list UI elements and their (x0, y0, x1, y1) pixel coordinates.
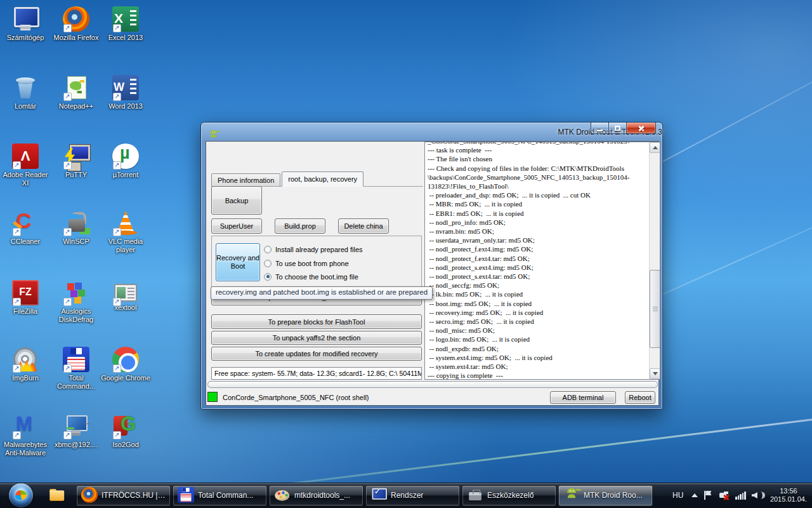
taskbar-button-totalcmd[interactable]: Total Comman... (173, 485, 267, 506)
reboot-button[interactable]: Reboot (625, 391, 655, 404)
desktop-icon-auslogics[interactable]: Auslogics DiskDefrag (49, 280, 103, 324)
clock[interactable]: 13:56 2015.01.04. (770, 487, 807, 504)
log-output[interactable]: _ConCorde_Smartphone_5005_NFC_140513_bac… (424, 142, 660, 380)
taskbar-button-label: Eszközkezelő (487, 491, 534, 500)
computer-icon (12, 6, 39, 32)
radio-option-3[interactable]: To choose the boot.img file (264, 272, 358, 281)
totalcmd-icon (178, 487, 194, 503)
radio-option-1[interactable]: Install already prepared files (264, 244, 363, 254)
taskbar-button-android[interactable]: MTK Droid Roo... (558, 485, 653, 506)
shortcut-arrow-icon (63, 431, 72, 439)
desktop-icon-putty[interactable]: PuTTY (49, 144, 103, 179)
devmgr-icon (467, 487, 483, 503)
desktop-icon-adobe[interactable]: Adobe Reader XI (0, 144, 52, 187)
desktop-icon-recycle[interactable]: Lomtár (0, 75, 52, 110)
radio-icon (264, 273, 272, 281)
desktop-icon-label: Excel 2013 (99, 34, 152, 42)
desktop: SzámítógépMozilla FirefoxExcel 2013Lomtá… (0, 0, 812, 508)
taskbar-button-firefox[interactable]: ITFRÖCCS.HU | ... (76, 485, 171, 506)
desktop-icon-iso2god[interactable]: Iso2God (99, 413, 152, 449)
scrollbar-thumb[interactable] (650, 270, 660, 348)
minimize-button[interactable] (591, 123, 609, 134)
log-scrollbar[interactable] (649, 142, 660, 379)
unpack-yaffs2-button[interactable]: To unpack yaffs2 the section (211, 331, 422, 345)
desktop-icon-label: Lomtár (0, 102, 52, 110)
radio-option-2[interactable]: To use boot from phone (264, 258, 349, 268)
desktop-icon-malwarebytes[interactable]: Malwarebytes Anti-Malware (0, 413, 52, 457)
shortcut-arrow-icon (113, 364, 121, 373)
language-indicator[interactable]: HU (670, 490, 686, 501)
desktop-icon-label: ImgBurn (0, 374, 52, 382)
desktop-icon-label: VLC media player (99, 237, 152, 254)
rendszer-icon (370, 487, 387, 503)
desktop-icon-label: Mozilla Firefox (49, 34, 103, 42)
desktop-icon-vlc[interactable]: VLC media player (99, 210, 152, 254)
device-status-indicator (207, 392, 218, 402)
desktop-icon-word[interactable]: Word 2013 (99, 75, 152, 110)
clock-date: 2015.01.04. (770, 495, 807, 504)
desktop-icon-imgburn[interactable]: ImgBurn (0, 347, 52, 382)
desktop-icon-label: WinSCP (49, 237, 103, 246)
radio-label: Install already prepared files (275, 246, 363, 253)
desktop-icon-label: Iso2God (99, 441, 152, 449)
taskbar-button-paint[interactable]: mtkdroidtools_... (269, 485, 363, 506)
start-button[interactable] (9, 483, 33, 507)
desktop-icon-chrome[interactable]: Google Chrome (99, 347, 152, 382)
desktop-icon-label: Malwarebytes Anti-Malware (0, 441, 52, 457)
prepare-blocks-button[interactable]: To prepare blocks for FlashTool (211, 314, 422, 329)
taskbar-button-label: MTK Droid Roo... (584, 491, 643, 500)
recycle-icon (12, 75, 39, 100)
shortcut-arrow-icon (113, 93, 121, 101)
desktop-icon-label: FileZilla (0, 307, 52, 316)
desktop-icon-xextool[interactable]: xextool (99, 280, 152, 312)
desktop-icon-label: Számítógép (0, 34, 52, 42)
free-space-field[interactable]: Free space: system- 55.7M; data- 12.3G; … (211, 367, 422, 380)
desktop-icon-winscp[interactable]: WinSCP (49, 210, 103, 246)
volume-icon[interactable] (752, 490, 763, 500)
desktop-icon-notepadpp[interactable]: Notepad++ (49, 75, 103, 110)
desktop-icon-filezilla[interactable]: FileZilla (0, 280, 52, 316)
scroll-up-button[interactable] (650, 142, 660, 153)
arrow-down-icon (653, 372, 658, 375)
desktop-icon-xbmc[interactable]: xbmc@192.... (49, 413, 103, 449)
action-center-flag-icon[interactable] (704, 490, 712, 500)
close-button[interactable] (626, 123, 656, 134)
tab-strip: Phone information root, backup, recovery (211, 171, 423, 187)
radio-label: To use boot from phone (275, 260, 349, 267)
shortcut-arrow-icon (13, 298, 21, 306)
show-hidden-icons-button[interactable] (691, 493, 698, 497)
desktop-icon-label: PuTTY (49, 171, 103, 179)
shortcut-arrow-icon (63, 364, 72, 373)
superuser-button[interactable]: SuperUser (211, 218, 262, 234)
create-updates-button[interactable]: To create updates for modified recovery (211, 347, 422, 361)
recovery-and-boot-button[interactable]: Recovery and Boot (216, 243, 260, 281)
desktop-icon-firefox[interactable]: Mozilla Firefox (49, 6, 103, 42)
scroll-down-button[interactable] (650, 368, 660, 379)
explorer-folder-icon (49, 487, 65, 503)
window-titlebar[interactable]: MTK Droid Root & Tools v2.5.3 (201, 123, 662, 142)
delete-china-button[interactable]: Delete china (338, 218, 389, 234)
safely-remove-hardware-icon[interactable] (718, 490, 730, 501)
shortcut-arrow-icon (63, 228, 72, 236)
taskbar-button-devmgr[interactable]: Eszközkezelő (462, 485, 556, 506)
taskbar-explorer-button[interactable] (42, 485, 72, 506)
desktop-icon-computer[interactable]: Számítógép (0, 6, 52, 42)
buildprop-button[interactable]: Build.prop (275, 218, 325, 234)
log-text: _ConCorde_Smartphone_5005_NFC_140513_bac… (428, 142, 646, 380)
mtk-droid-tools-window: MTK Droid Root & Tools v2.5.3 Phone info… (200, 122, 663, 410)
adb-terminal-button[interactable]: ADB terminal (550, 391, 616, 404)
desktop-icon-excel[interactable]: Excel 2013 (99, 6, 152, 42)
network-signal-icon[interactable] (735, 491, 746, 500)
tab-root-backup-recovery[interactable]: root, backup, recovery (282, 171, 363, 187)
backup-button[interactable]: Backup (211, 186, 262, 215)
desktop-icon-utorrent[interactable]: µTorrent (99, 144, 152, 179)
taskbar-button-rendszer[interactable]: Rendszer (365, 485, 460, 506)
taskbar-buttons: ITFRÖCCS.HU | ...Total Comman...mtkdroid… (76, 483, 653, 508)
firefox-icon (81, 487, 98, 503)
desktop-icon-totalcmd[interactable]: Total Command... (49, 347, 103, 391)
minimize-icon (597, 130, 603, 131)
maximize-button[interactable] (609, 123, 626, 134)
desktop-icon-ccleaner[interactable]: CCleaner (0, 210, 52, 246)
tab-phone-information[interactable]: Phone information (211, 173, 280, 186)
shortcut-arrow-icon (113, 228, 121, 236)
